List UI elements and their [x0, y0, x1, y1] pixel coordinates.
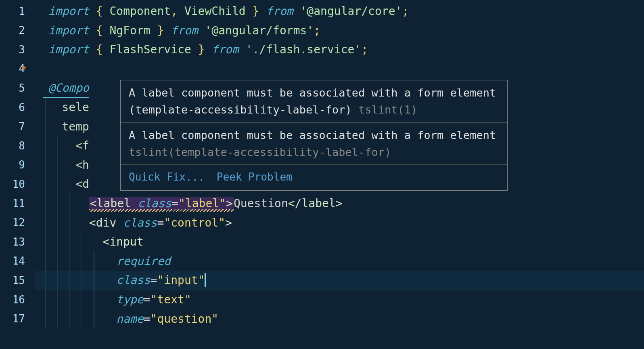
decorator: @Compo	[48, 81, 89, 95]
code-line[interactable]: <input	[35, 232, 644, 252]
line-number[interactable]: 8	[0, 136, 32, 156]
hover-actions: Quick Fix... Peek Problem	[121, 165, 507, 190]
line-number[interactable]: 13	[0, 232, 32, 252]
code-line[interactable]: <div class="control">	[35, 213, 644, 233]
line-number[interactable]: 2	[0, 21, 32, 40]
code-line[interactable]: import { FlashService } from './flash.se…	[35, 40, 644, 59]
line-number[interactable]: 17	[0, 309, 32, 329]
line-number[interactable]: 12	[0, 213, 32, 233]
code-editor: 1 2 3 4 5 6 7 8 9 10 11 12 13 14 15 16 1…	[0, 0, 644, 349]
line-number[interactable]: 4	[0, 59, 32, 79]
line-number[interactable]: 10	[0, 174, 32, 194]
line-number[interactable]: 11	[0, 194, 32, 213]
text-cursor	[205, 273, 206, 287]
warning-squiggle	[89, 209, 234, 212]
line-number[interactable]: 15	[0, 271, 32, 290]
code-line[interactable]: required	[35, 252, 644, 271]
decorator-underline	[43, 97, 89, 98]
peek-problem-button[interactable]: Peek Problem	[217, 168, 293, 186]
line-number[interactable]: 6	[0, 98, 32, 117]
code-line[interactable]: import { NgForm } from '@angular/forms';	[35, 21, 644, 40]
line-number[interactable]: 9	[0, 156, 32, 175]
lint-warning-highlight[interactable]: <label class="label">	[89, 197, 234, 211]
line-number[interactable]: 16	[0, 290, 32, 309]
code-line-current[interactable]: class="input"	[35, 271, 644, 290]
quick-fix-button[interactable]: Quick Fix...	[129, 168, 205, 186]
hover-message: A label component must be associated wit…	[121, 123, 507, 165]
keyword-import: import	[48, 4, 89, 18]
code-line[interactable]: <label class="label">Question</label>	[35, 194, 644, 213]
line-number[interactable]: 7	[0, 117, 32, 137]
code-line[interactable]	[35, 59, 644, 79]
line-number-gutter: 1 2 3 4 5 6 7 8 9 10 11 12 13 14 15 16 1…	[0, 0, 32, 349]
code-line[interactable]: type="text"	[35, 290, 644, 309]
fold-icon[interactable]: ▶	[22, 61, 27, 74]
line-number[interactable]: 1	[0, 2, 32, 21]
problem-hover-tooltip: A label component must be associated wit…	[120, 80, 508, 191]
hover-message: A label component must be associated wit…	[121, 80, 507, 123]
code-line[interactable]: name="question"	[35, 309, 644, 329]
code-content[interactable]: import { Component, ViewChild } from '@a…	[32, 0, 644, 349]
line-number[interactable]: 5	[0, 78, 32, 98]
line-number[interactable]: 3	[0, 40, 32, 59]
line-number[interactable]: 14	[0, 252, 32, 271]
code-line[interactable]: import { Component, ViewChild } from '@a…	[35, 2, 644, 21]
